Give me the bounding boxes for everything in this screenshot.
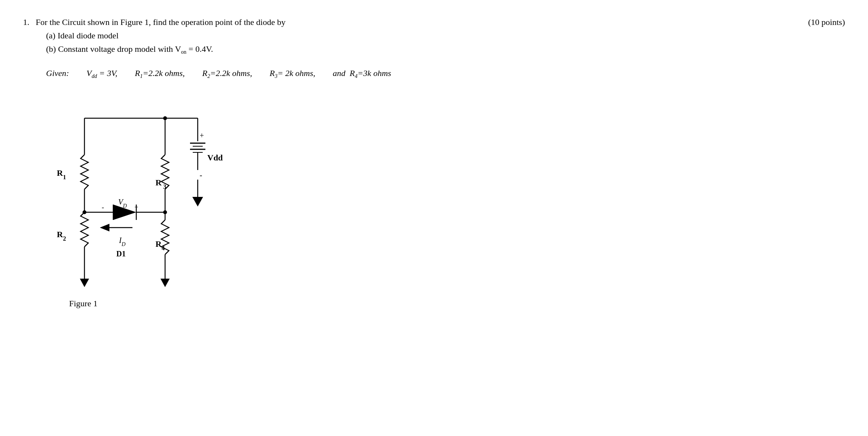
id-label: ID [119,236,126,247]
r1-label: R1 [57,168,66,180]
vd-plus: + [134,203,138,211]
given-vdd: Vdd = 3V, [86,68,117,78]
d1-label: D1 [116,249,126,258]
given-r2: R2=2.2k ohms, [202,68,252,78]
vdd-plus: + [200,131,204,140]
r2-label: R2 [57,230,66,242]
given-r1: R1=2.2k ohms, [135,68,185,78]
vdd-ground-arrow [192,197,203,206]
given-and-r4: and R4=3k ohms [333,68,391,78]
given-r3: R3= 2k ohms, [269,68,315,78]
ground-left-arrow [80,279,89,287]
points-label: (10 points) [808,15,845,29]
ground-right-arrow [160,279,170,287]
question-text: 1. For the Circuit shown in Figure 1, fi… [23,15,845,57]
part-a: (a) Ideal diode model [46,31,119,40]
r2-resistor [81,212,88,247]
given-line: Given: Vdd = 3V, R1=2.2k ohms, R2=2.2k o… [46,68,845,79]
r4-label: R4 [155,239,165,251]
vdd-label: Vdd [207,153,223,162]
r1-resistor [81,155,88,189]
id-arrowhead [100,224,109,231]
part-b: (b) Constant voltage drop model with Von… [46,44,213,54]
given-label: Given: [46,68,69,78]
main-text: For the Circuit shown in Figure 1, find … [36,17,286,27]
question-container: 1. For the Circuit shown in Figure 1, fi… [23,15,845,309]
vdd-minus: - [200,171,202,179]
question-number: 1. [23,17,34,27]
vd-minus: - [102,203,104,211]
figure-label: Figure 1 [69,299,845,309]
circuit-diagram: R1 R2 R 3 R4 [46,95,284,295]
circuit-svg: R1 R2 R 3 R4 [46,95,284,295]
